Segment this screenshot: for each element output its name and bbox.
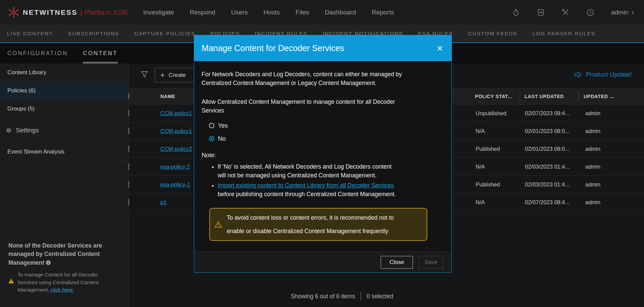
click-here-link[interactable]: click here. — [51, 287, 74, 293]
sidebar-item-policies[interactable]: Policies (6) — [0, 82, 128, 100]
policy-name-link[interactable]: p1 — [160, 199, 166, 205]
note-bullet-2: Import existing content to Content Libra… — [218, 181, 432, 199]
policy-name-link[interactable]: esa-policy 2 — [160, 164, 190, 170]
megaphone-icon — [574, 71, 583, 78]
row-checkbox[interactable] — [128, 199, 129, 206]
user-menu[interactable]: admin › — [611, 8, 634, 17]
top-nav: Investigate Respond Users Hosts Files Da… — [143, 9, 394, 16]
modal-warning-text: To avoid content loss or content errors,… — [227, 211, 394, 238]
timer-icon[interactable] — [512, 8, 520, 16]
tab-configuration[interactable]: CONFIGURATION — [7, 43, 68, 63]
help-icon[interactable]: ? — [586, 8, 594, 16]
modal-question-text: Allow Centralized Content Management to … — [202, 97, 423, 115]
last-updated: 02/01/2023 08:0... — [520, 146, 579, 152]
user-name: admin — [611, 9, 629, 16]
row-checkbox[interactable] — [128, 128, 129, 134]
sidebar: Content Library Policies (6) Groups (5) — [0, 63, 128, 307]
policy-status: N/A — [470, 164, 520, 170]
filter-icon[interactable] — [140, 70, 149, 79]
radio-icon[interactable] — [209, 123, 214, 128]
updated-by: admin — [579, 146, 644, 152]
sidebar-item-groups[interactable]: Groups (5) — [0, 100, 128, 118]
sidebar-item-content-library[interactable]: Content Library — [0, 63, 128, 82]
updated-by: admin — [579, 199, 644, 206]
brand-platform: Platform XDR — [85, 8, 128, 16]
policy-name-link[interactable]: CCM-policy2 — [160, 146, 192, 152]
sidebar-item-label: Groups (5) — [7, 105, 35, 112]
modal-footer: Close Save — [194, 252, 451, 272]
radio-option-no[interactable]: No — [209, 134, 444, 144]
row-checkbox[interactable] — [128, 181, 129, 188]
updated-by: admin — [579, 181, 644, 188]
row-checkbox[interactable] — [128, 110, 129, 117]
sidebar-item-label: Policies (6) — [7, 87, 36, 94]
tab-content[interactable]: CONTENT — [83, 43, 117, 63]
column-header-updated-by[interactable]: UPDATED ... — [579, 92, 644, 101]
warning-triangle-icon — [215, 221, 222, 228]
close-button[interactable]: Close — [381, 256, 413, 269]
topbar-right: ? admin › — [512, 0, 634, 25]
preferences-icon[interactable] — [537, 8, 545, 16]
svg-text:i: i — [48, 261, 49, 264]
policy-status: Unpublished — [470, 110, 520, 117]
note-label: Note: — [202, 152, 444, 159]
brand-divider: | — [80, 8, 83, 16]
nav-hosts[interactable]: Hosts — [264, 9, 280, 16]
policy-status: N/A — [470, 128, 520, 134]
ccm-note-title-text: None of the Decoder Services are managed… — [8, 242, 102, 266]
updated-by: admin — [579, 110, 644, 117]
status-divider — [361, 292, 361, 300]
netwitness-logo-icon — [7, 6, 20, 19]
modal-warning-box: To avoid content loss or content errors,… — [209, 208, 427, 241]
subnav-custom-feeds[interactable]: CUSTOM FEEDS — [468, 31, 518, 37]
sidebar-item-settings[interactable]: Settings — [0, 118, 128, 143]
last-updated: 02/03/2023 01:4... — [520, 164, 579, 170]
nav-respond[interactable]: Respond — [190, 9, 215, 16]
import-content-link[interactable]: Import existing content to Content Libra… — [218, 182, 394, 189]
save-button[interactable]: Save — [419, 256, 443, 269]
nav-dashboard[interactable]: Dashboard — [325, 9, 356, 16]
subnav-log-parser-rules[interactable]: LOG PARSER RULES — [533, 31, 596, 37]
svg-text:!: ! — [11, 280, 12, 283]
row-checkbox[interactable] — [128, 163, 129, 170]
ccm-note-title: None of the Decoder Services are managed… — [8, 242, 119, 267]
nav-investigate[interactable]: Investigate — [143, 9, 174, 16]
table-status-bar: Showing 6 out of 6 items 0 selected — [291, 292, 393, 300]
policy-name-link[interactable]: CCM-policy1 — [160, 110, 192, 116]
nav-reports[interactable]: Reports — [372, 9, 394, 16]
tools-icon[interactable] — [561, 8, 570, 16]
last-updated: 02/03/2023 01:4... — [520, 181, 579, 188]
column-header-policy-status[interactable]: POLICY STAT... — [470, 92, 520, 101]
brand: NETWITNESS | Platform XDR — [7, 6, 128, 19]
selected-count: 0 selected — [367, 293, 393, 300]
close-icon[interactable]: × — [435, 43, 444, 53]
modal-title: Manage Content for Decoder Services — [202, 43, 435, 53]
row-checkbox[interactable] — [128, 145, 129, 152]
policy-name-link[interactable]: esa-policy-1 — [160, 181, 190, 187]
radio-option-yes[interactable]: Yes — [209, 121, 444, 131]
create-button-label: Create — [169, 72, 186, 79]
modal-body: For Network Decoders and Log Decoders, c… — [194, 61, 451, 241]
subnav-live-content[interactable]: LIVE CONTENT — [7, 31, 53, 37]
radio-icon-checked[interactable] — [209, 136, 214, 141]
policy-status: N/A — [470, 199, 520, 206]
top-bar: NETWITNESS | Platform XDR Investigate Re… — [0, 0, 644, 25]
info-icon[interactable]: i — [46, 260, 51, 265]
product-update-link[interactable]: Product Update! — [574, 71, 632, 78]
nav-files[interactable]: Files — [296, 9, 309, 16]
sidebar-settings-label: Settings — [16, 127, 39, 134]
ccm-note-body: To manage Content for all Decoder Servic… — [17, 271, 99, 294]
plus-icon: + — [160, 71, 165, 80]
product-update-label: Product Update! — [586, 71, 632, 78]
subnav-subscriptions[interactable]: SUBSCRIPTIONS — [68, 31, 119, 37]
showing-count: Showing 6 out of 6 items — [291, 293, 355, 300]
brand-name: NETWITNESS — [23, 8, 77, 16]
nav-users[interactable]: Users — [231, 9, 248, 16]
column-header-last-updated[interactable]: LAST UPDATED — [520, 92, 579, 101]
sidebar-item-label: Content Library — [7, 69, 46, 76]
sidebar-item-label: Event Stream Analysis — [7, 148, 64, 155]
select-all-checkbox[interactable] — [128, 93, 129, 99]
subnav-capture-policies[interactable]: CAPTURE POLICIES — [134, 31, 195, 37]
policy-name-link[interactable]: CCM-policy1 — [160, 128, 192, 134]
sidebar-item-event-stream-analysis[interactable]: Event Stream Analysis — [0, 143, 128, 161]
